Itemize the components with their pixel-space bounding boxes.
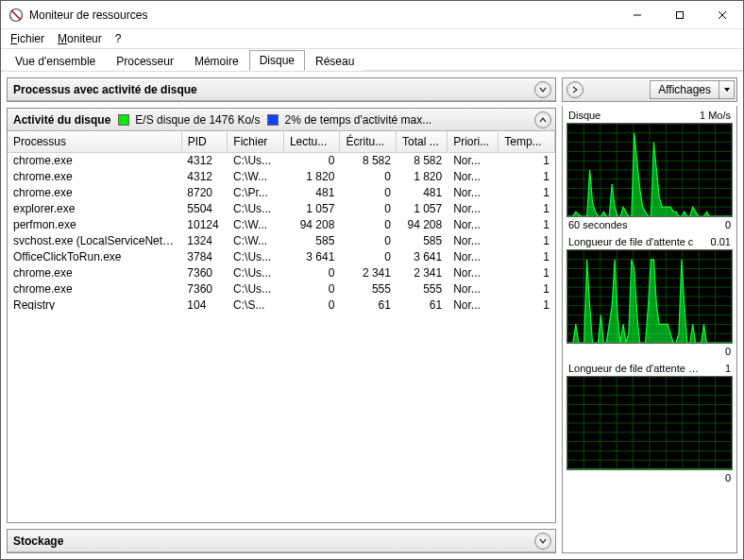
col-priority[interactable]: Priori... (448, 131, 499, 152)
col-resp[interactable]: Temp... (499, 131, 555, 152)
graph-footer-right: 0 (725, 219, 731, 230)
menu-monitor[interactable]: Moniteur (52, 30, 108, 47)
activity-table: Processus PID Fichier Lectu... Écritu...… (8, 131, 555, 153)
table-row[interactable]: svchost.exe (LocalServiceNetw...1324C:\W… (8, 233, 555, 249)
col-image[interactable]: Processus (8, 131, 181, 152)
graph-footer-right: 0 (725, 472, 731, 484)
tab-cpu[interactable]: Processeur (106, 51, 184, 71)
col-read[interactable]: Lectu... (283, 131, 340, 152)
panel-storage: Stockage (7, 529, 556, 553)
section-title: Processus avec activité de disque (13, 83, 197, 96)
maximize-button[interactable] (658, 1, 701, 28)
minimize-button[interactable] (616, 1, 658, 28)
panel-processes: Processus avec activité de disque (7, 77, 556, 102)
views-button[interactable]: Affichages (650, 80, 735, 99)
graph-footer-right: 0 (725, 346, 731, 357)
section-title: Stockage (13, 535, 63, 548)
graph-canvas (566, 376, 733, 470)
window-title: Moniteur de ressources (29, 8, 616, 22)
titlebar: Moniteur de ressources (1, 1, 743, 29)
menu-help[interactable]: ? (110, 30, 127, 47)
stat-io: E/S disque de 1476 Ko/s (135, 113, 260, 127)
chevron-right-icon[interactable] (566, 81, 583, 98)
views-label: Affichages (651, 83, 719, 96)
panel-processes-header[interactable]: Processus avec activité de disque (8, 78, 555, 101)
table-row[interactable]: OfficeClickToRun.exe3784C:\Us...3 64103 … (8, 249, 555, 265)
panel-storage-header[interactable]: Stockage (8, 530, 555, 552)
graph-disk: Disque 1 Mo/s 60 secondes 0 (566, 110, 733, 230)
tabstrip: Vue d'ensemble Processeur Mémoire Disque… (1, 48, 743, 71)
tab-memory[interactable]: Mémoire (184, 51, 249, 71)
dropdown-arrow-icon[interactable] (719, 81, 734, 98)
right-pane: Affichages Disque 1 Mo/s (562, 72, 743, 559)
stat-active: 2% de temps d'activité max... (284, 113, 431, 127)
panel-disk-activity: Activité du disque E/S disque de 1476 Ko… (7, 108, 556, 523)
svg-marker-6 (724, 88, 730, 92)
table-header: Processus PID Fichier Lectu... Écritu...… (8, 131, 555, 152)
table-row[interactable]: chrome.exe4312C:\W...1 82001 820Nor...1 (8, 169, 555, 185)
tab-disk[interactable]: Disque (249, 50, 305, 71)
table-row[interactable]: chrome.exe7360C:\Us...0555555Nor...1 (8, 281, 555, 297)
panel-activity-header[interactable]: Activité du disque E/S disque de 1476 Ko… (8, 109, 555, 131)
close-button[interactable] (701, 1, 743, 28)
chevron-up-icon[interactable] (534, 111, 551, 128)
graph-title: Disque (568, 110, 600, 121)
graph-scale: 1 (725, 363, 731, 374)
table-row[interactable]: perfmon.exe10124C:\W...94 208094 208Nor.… (8, 217, 555, 233)
graphs-container[interactable]: Disque 1 Mo/s 60 secondes 0 Longueur de … (562, 106, 737, 553)
tab-network[interactable]: Réseau (305, 51, 364, 71)
graph-canvas (566, 123, 733, 217)
svg-rect-3 (676, 11, 683, 18)
col-total[interactable]: Total ... (397, 131, 448, 152)
menu-file[interactable]: Fichier (5, 30, 50, 47)
table-row[interactable]: chrome.exe4312C:\Us...08 5828 582Nor...1 (8, 153, 555, 169)
chevron-down-icon[interactable] (534, 533, 551, 550)
app-icon (8, 8, 24, 23)
resource-monitor-window: Moniteur de ressources Fichier Moniteur … (0, 0, 744, 560)
svg-line-1 (11, 10, 21, 20)
legend-blue-icon (267, 114, 279, 126)
table-scroll[interactable]: chrome.exe4312C:\Us...08 5828 582Nor...1… (8, 153, 555, 310)
graph-scale: 1 Mo/s (700, 110, 731, 121)
chevron-down-icon[interactable] (534, 81, 551, 98)
table-row[interactable]: Registry104C:\S...06161Nor...1 (8, 297, 555, 310)
activity-body: Processus PID Fichier Lectu... Écritu...… (8, 131, 555, 522)
graph-queue-c: Longueur de file d'attente c 0.01 0 (566, 236, 733, 357)
table-row[interactable]: chrome.exe8720C:\Pr...4810481Nor...1 (8, 185, 555, 201)
section-title: Activité du disque (13, 113, 110, 127)
graph-title: Longueur de file d'attente c (568, 236, 693, 247)
table-row[interactable]: explorer.exe5504C:\Us...1 05701 057Nor..… (8, 201, 555, 217)
views-header: Affichages (562, 77, 737, 102)
left-pane: Processus avec activité de disque Activi… (1, 72, 556, 559)
col-pid[interactable]: PID (181, 131, 228, 152)
graph-title: Longueur de file d'attente d... (568, 363, 701, 374)
graph-queue-d: Longueur de file d'attente d... 1 0 (566, 363, 733, 484)
table-row[interactable]: chrome.exe7360C:\Us...02 3412 341Nor...1 (8, 265, 555, 281)
col-write[interactable]: Écritu... (340, 131, 397, 152)
col-file[interactable]: Fichier (228, 131, 284, 152)
menubar: Fichier Moniteur ? (1, 29, 743, 48)
graph-canvas (566, 249, 733, 344)
graph-footer-left: 60 secondes (568, 219, 627, 230)
graph-scale: 0.01 (711, 236, 731, 247)
tab-overview[interactable]: Vue d'ensemble (5, 51, 106, 71)
main-area: Processus avec activité de disque Activi… (1, 71, 743, 559)
legend-green-icon (118, 114, 129, 126)
